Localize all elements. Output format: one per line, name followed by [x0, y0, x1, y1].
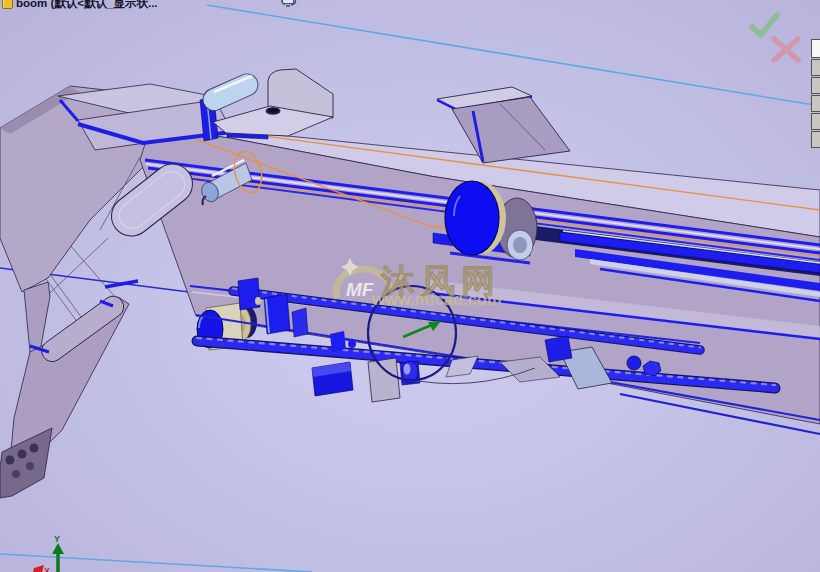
- watermark-url: www.mfcad.com: [371, 290, 502, 308]
- view-settings-button[interactable]: ▼: [347, 0, 354, 3]
- edge-panel-button[interactable]: [811, 59, 820, 76]
- triad-y-label: Y: [54, 534, 60, 544]
- chevron-down-icon: ▼: [348, 0, 354, 3]
- part-document-icon: [2, 0, 13, 9]
- triad-x-label: X: [44, 566, 50, 572]
- origin-triad: Y X: [33, 534, 64, 572]
- edge-panel-button[interactable]: [811, 131, 820, 148]
- edge-panel-button[interactable]: [811, 39, 820, 58]
- edge-panel-button[interactable]: [811, 113, 820, 130]
- right-bracket[interactable]: [437, 87, 570, 163]
- watermark-logo-text: MF: [346, 279, 375, 300]
- edge-panel-button[interactable]: [811, 77, 820, 94]
- display-style-button[interactable]: ▼: [313, 0, 320, 3]
- heads-up-toolbar[interactable]: ▼ ▼ ▼ ▼: [281, 0, 354, 3]
- cancel-x-icon[interactable]: [774, 39, 798, 60]
- model-canvas[interactable]: MF 沐风网 www.mfcad.com Y X: [0, 0, 820, 572]
- confirmation-corner: [752, 15, 798, 60]
- hide-show-items-button[interactable]: ▼: [325, 0, 332, 3]
- chevron-down-icon: ▼: [302, 0, 308, 3]
- right-edge-panel[interactable]: [811, 39, 820, 148]
- document-title[interactable]: boom (默认<默认_显示状...: [2, 0, 158, 11]
- graphics-viewport[interactable]: MF 沐风网 www.mfcad.com Y X boom (默认<默认_显示状…: [0, 0, 820, 572]
- chevron-down-icon: ▼: [314, 0, 320, 3]
- view-settings-icon: [281, 0, 295, 7]
- edge-panel-button[interactable]: [811, 95, 820, 112]
- document-title-text: boom (默认<默认_显示状...: [16, 0, 158, 11]
- chevron-down-icon: ▼: [326, 0, 332, 3]
- view-orientation-button[interactable]: ▼: [301, 0, 308, 3]
- confirm-check-icon[interactable]: [752, 15, 777, 35]
